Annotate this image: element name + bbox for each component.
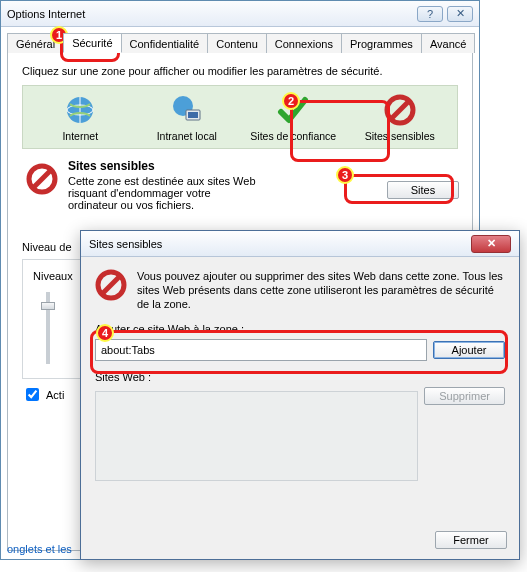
zone-internet[interactable]: Internet [27, 94, 134, 142]
zone-detail-text: Sites sensibles Cette zone est destinée … [68, 159, 256, 211]
tab-strip: Général Sécurité Confidentialité Contenu… [7, 33, 473, 53]
restricted-icon [384, 94, 416, 126]
tab-contenu[interactable]: Contenu [207, 33, 267, 53]
slider-thumb[interactable] [41, 302, 55, 310]
zone-intranet[interactable]: Intranet local [134, 94, 241, 142]
svg-line-6 [391, 101, 409, 119]
subdialog-body: Vous pouvez ajouter ou supprimer des sit… [81, 257, 519, 493]
tab-avance[interactable]: Avancé [421, 33, 476, 53]
tab-confidentialite[interactable]: Confidentialité [121, 33, 209, 53]
restricted-sites-dialog: Sites sensibles ✕ Vous pouvez ajouter ou… [80, 230, 520, 560]
sites-listbox[interactable] [95, 391, 418, 481]
svg-rect-4 [188, 112, 198, 118]
level-sub: Niveaux [33, 270, 83, 282]
zone-detail-title: Sites sensibles [68, 159, 256, 173]
callout-2: 2 [282, 92, 300, 110]
restricted-icon [95, 269, 127, 301]
subdialog-titlebar: Sites sensibles ✕ [81, 231, 519, 257]
svg-line-8 [33, 170, 51, 188]
restricted-large-icon [26, 163, 58, 195]
globe-icon [64, 94, 96, 126]
activate-checkbox[interactable] [26, 388, 39, 401]
zone-panel: Internet Intranet local Sites de confian… [22, 85, 458, 149]
subdialog-close-footer-button[interactable]: Fermer [435, 531, 507, 549]
subdialog-intro: Vous pouvez ajouter ou supprimer des sit… [95, 269, 505, 311]
close-button[interactable]: ✕ [447, 6, 473, 22]
zone-prompt: Cliquez sur une zone pour afficher ou mo… [22, 65, 458, 77]
add-site-input[interactable] [95, 339, 427, 361]
tab-connexions[interactable]: Connexions [266, 33, 342, 53]
add-site-label: Ajouter ce site Web à la zone : [95, 323, 505, 335]
footer-link[interactable]: onglets et les [7, 543, 72, 555]
sites-list-label: Sites Web : [95, 371, 505, 383]
sites-button[interactable]: Sites [387, 181, 459, 199]
subdialog-close-button[interactable]: ✕ [471, 235, 511, 253]
globe-monitor-icon [171, 94, 203, 126]
security-slider[interactable] [46, 292, 50, 364]
remove-site-button[interactable]: Supprimer [424, 387, 505, 405]
window-buttons: ? ✕ [417, 6, 473, 22]
subdialog-title: Sites sensibles [89, 238, 471, 250]
help-button[interactable]: ? [417, 6, 443, 22]
add-site-button[interactable]: Ajouter [433, 341, 505, 359]
tab-securite[interactable]: Sécurité [63, 33, 121, 53]
zone-sensibles[interactable]: Sites sensibles [347, 94, 454, 142]
tab-programmes[interactable]: Programmes [341, 33, 422, 53]
callout-3: 3 [336, 166, 354, 184]
callout-4: 4 [96, 324, 114, 342]
subdialog-intro-text: Vous pouvez ajouter ou supprimer des sit… [137, 269, 505, 311]
titlebar: Options Internet ? ✕ [1, 1, 479, 27]
svg-line-10 [102, 276, 120, 294]
window-title: Options Internet [7, 8, 417, 20]
add-site-row: Ajouter [95, 339, 505, 361]
